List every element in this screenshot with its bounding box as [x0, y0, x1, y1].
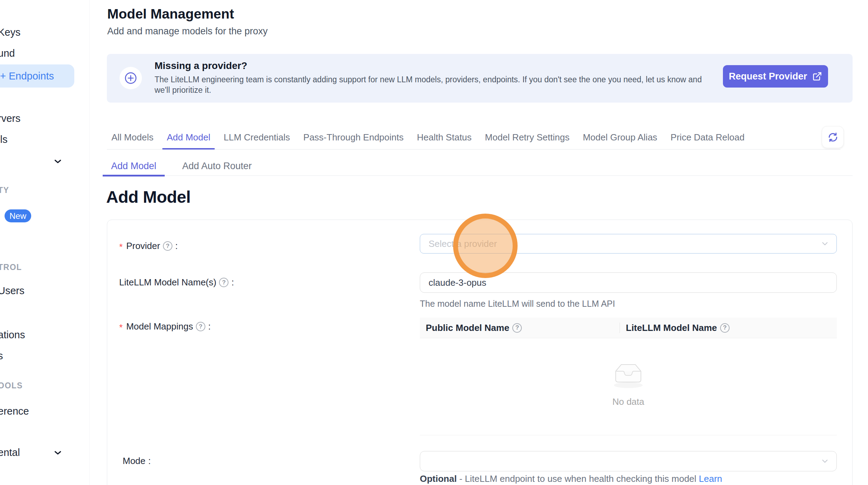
required-asterisk: *	[119, 242, 123, 252]
model-name-label: LiteLLM Model Name(s) ? :	[119, 277, 234, 288]
banner-body: The LiteLLM engineering team is constant…	[155, 74, 702, 95]
tab-model-group-alias[interactable]: Model Group Alias	[578, 125, 662, 149]
refresh-icon	[827, 132, 839, 143]
model-name-helper: The model name LiteLLM will send to the …	[420, 299, 615, 309]
chevron-down-icon[interactable]	[53, 448, 62, 457]
tab-pass-through-endpoints[interactable]: Pass-Through Endpoints	[299, 125, 408, 149]
provider-label: * Provider ? :	[119, 241, 178, 251]
subtab-add-model[interactable]: Add Model	[107, 157, 160, 175]
sidebar-item-logs[interactable]: ils	[0, 134, 7, 145]
external-link-icon	[812, 71, 822, 81]
mode-helper-text: - LiteLLM endpoint to use when health ch…	[457, 473, 699, 484]
missing-provider-banner: Missing a provider? The LiteLLM engineer…	[107, 54, 853, 103]
tab-health-status[interactable]: Health Status	[412, 125, 476, 149]
chevron-down-icon[interactable]	[53, 157, 62, 166]
column-header-text: LiteLLM Model Name	[626, 323, 717, 333]
add-model-form-card	[107, 220, 853, 485]
label-colon: :	[175, 241, 178, 251]
sidebar-section-tools: OOLS	[0, 381, 23, 390]
banner-body-line2: we'll prioritize it.	[155, 85, 702, 95]
label-colon: :	[208, 321, 211, 332]
sidebar-item-keys[interactable]: Keys	[0, 27, 20, 38]
sidebar-section-access-control: TROL	[0, 263, 22, 272]
mode-select[interactable]	[420, 451, 837, 471]
required-asterisk: *	[119, 322, 123, 333]
help-icon[interactable]: ?	[512, 323, 522, 333]
model-name-value: claude-3-opus	[429, 277, 486, 288]
model-mappings-table-header: Public Model Name ? LiteLLM Model Name ?	[420, 318, 837, 338]
model-tabs: All Models Add Model LLM Credentials Pas…	[107, 125, 840, 150]
mode-helper-optional: Optional	[420, 473, 457, 484]
provider-placeholder: Select a provider	[429, 238, 497, 249]
sidebar-item-passthrough-endpoints-active[interactable]: + Endpoints	[0, 64, 74, 88]
refresh-button[interactable]	[822, 126, 844, 148]
sidebar-item-experimental[interactable]: ental	[0, 447, 20, 458]
subtab-add-auto-router[interactable]: Add Auto Router	[178, 157, 256, 175]
sidebar-item-users[interactable]: Users	[0, 285, 25, 297]
mode-label: Mode :	[123, 456, 151, 466]
empty-inbox-icon	[610, 361, 646, 390]
sidebar: Keys und + Endpoints rvers ils TY New TR…	[0, 0, 90, 485]
column-header-litellm-model-name: LiteLLM Model Name ?	[626, 323, 730, 333]
request-provider-button[interactable]: Request Provider	[723, 65, 828, 88]
label-colon: :	[148, 456, 151, 466]
no-data-text: No data	[420, 396, 837, 407]
sidebar-item-organizations[interactable]: ations	[0, 329, 25, 341]
sidebar-section-observability: TY	[0, 186, 9, 195]
model-name-label-text: LiteLLM Model Name(s)	[119, 277, 216, 288]
sidebar-item-teams[interactable]: s	[0, 350, 3, 362]
sidebar-item-label: + Endpoints	[0, 70, 54, 82]
tab-model-retry-settings[interactable]: Model Retry Settings	[480, 125, 574, 149]
help-icon[interactable]: ?	[196, 322, 205, 331]
page-title: Model Management	[107, 6, 234, 22]
provider-select[interactable]: Select a provider	[420, 234, 837, 254]
column-header-public-model-name: Public Model Name ?	[420, 323, 620, 333]
add-model-heading: Add Model	[106, 187, 191, 207]
sidebar-item-servers[interactable]: rvers	[0, 113, 20, 124]
page-subtitle: Add and manage models for the proxy	[107, 26, 268, 37]
tab-all-models[interactable]: All Models	[107, 125, 158, 149]
plus-circle-icon	[119, 67, 142, 89]
sidebar-item-inference[interactable]: erence	[0, 406, 29, 417]
learn-link[interactable]: Learn	[699, 473, 722, 484]
tab-llm-credentials[interactable]: LLM Credentials	[219, 125, 294, 149]
help-icon[interactable]: ?	[219, 278, 228, 287]
provider-label-text: Provider	[126, 241, 160, 251]
column-header-text: Public Model Name	[426, 323, 509, 333]
mode-label-text: Mode	[123, 456, 145, 466]
banner-body-line1: The LiteLLM engineering team is constant…	[155, 74, 702, 85]
help-icon[interactable]: ?	[720, 323, 730, 333]
label-colon: :	[231, 277, 234, 288]
new-badge: New	[5, 209, 31, 222]
model-mappings-label-text: Model Mappings	[126, 321, 193, 332]
table-bottom-border	[420, 435, 837, 435]
tab-price-data-reload[interactable]: Price Data Reload	[666, 125, 749, 149]
tab-add-model[interactable]: Add Model	[162, 125, 215, 149]
banner-title: Missing a provider?	[155, 60, 247, 71]
empty-state: No data	[420, 361, 837, 407]
column-divider	[620, 323, 620, 333]
chevron-down-icon	[820, 457, 829, 466]
model-management-page: Keys und + Endpoints rvers ils TY New TR…	[0, 0, 868, 485]
mode-helper: Optional - LiteLLM endpoint to use when …	[420, 473, 722, 484]
model-mappings-label: * Model Mappings ? :	[119, 321, 211, 332]
help-icon[interactable]: ?	[163, 241, 172, 251]
request-provider-label: Request Provider	[729, 71, 807, 82]
sidebar-item-playground[interactable]: und	[0, 48, 15, 59]
add-model-subtabs: Add Model Add Auto Router	[107, 157, 853, 176]
chevron-down-icon	[820, 239, 829, 248]
model-name-input[interactable]: claude-3-opus	[420, 272, 837, 293]
